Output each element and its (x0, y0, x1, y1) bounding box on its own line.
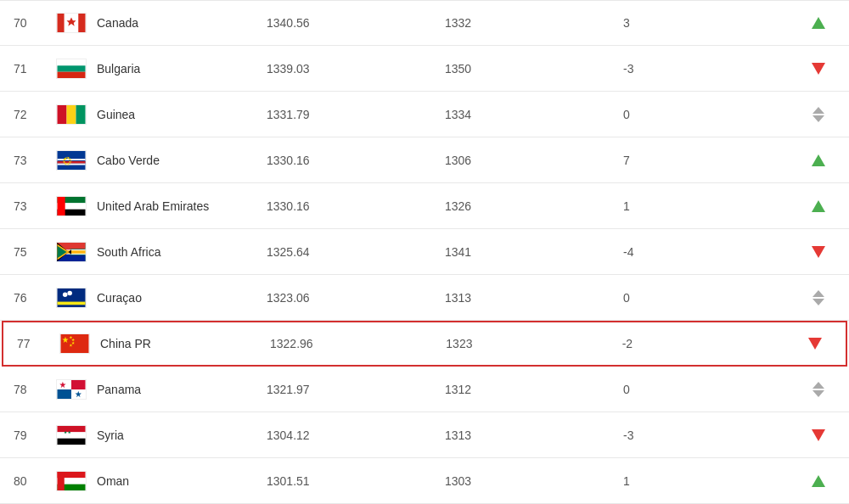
country-flag (56, 59, 87, 79)
svg-rect-9 (76, 105, 86, 124)
svg-rect-13 (58, 163, 86, 165)
change-value: -4 (623, 245, 801, 259)
rank-number: 78 (14, 383, 56, 396)
svg-rect-27 (58, 197, 65, 216)
prev-points-value: 1332 (445, 16, 623, 30)
svg-rect-5 (58, 65, 86, 71)
trend-down-icon (808, 338, 822, 350)
country-flag (59, 333, 90, 354)
trend-indicator (801, 429, 835, 441)
svg-point-20 (65, 162, 67, 164)
svg-point-17 (69, 159, 70, 160)
rank-number: 76 (14, 291, 56, 305)
svg-point-21 (64, 160, 65, 162)
points-value: 1330.16 (267, 154, 445, 167)
trend-indicator (801, 200, 835, 212)
points-value: 1339.03 (267, 62, 445, 76)
trend-up-icon (812, 475, 825, 487)
country-name: South Africa (97, 245, 267, 259)
prev-points-value: 1350 (445, 62, 623, 76)
country-name: Panama (97, 383, 267, 396)
svg-rect-48 (58, 301, 86, 305)
trend-indicator (801, 246, 835, 258)
trend-up-icon (812, 17, 825, 29)
trend-indicator (801, 63, 835, 75)
points-value: 1301.51 (267, 474, 445, 488)
svg-rect-8 (67, 105, 76, 124)
svg-point-19 (67, 162, 69, 164)
trend-up-icon (812, 200, 825, 212)
rankings-table: 70 Canada 1340.56 1332 3 71 Bulgaria 133… (0, 0, 849, 504)
prev-points-value: 1334 (445, 108, 623, 121)
prev-points-value: 1306 (445, 154, 623, 167)
country-flag (56, 196, 87, 216)
country-flag (56, 425, 87, 445)
svg-rect-0 (58, 14, 65, 32)
points-value: 1321.97 (267, 383, 445, 396)
change-value: 7 (623, 154, 801, 167)
country-name: Canada (97, 16, 267, 30)
prev-points-value: 1341 (445, 245, 623, 259)
change-value: -2 (622, 337, 798, 350)
trend-up-icon (812, 154, 825, 166)
svg-point-18 (69, 160, 70, 162)
trend-neutral-icon (812, 107, 824, 122)
table-row: 70 Canada 1340.56 1332 3 (0, 0, 849, 46)
trend-indicator (801, 107, 835, 122)
svg-rect-6 (58, 71, 86, 77)
trend-neutral-icon (812, 382, 824, 397)
country-name: Syria (97, 428, 267, 442)
trend-down-icon (812, 429, 825, 441)
table-row: 71 Bulgaria 1339.03 1350 -3 (0, 46, 849, 92)
svg-rect-2 (78, 14, 85, 32)
table-row: 76 Curaçao 1323.06 1313 0 (0, 275, 849, 321)
rank-number: 75 (14, 245, 56, 259)
change-value: -3 (623, 62, 801, 76)
svg-rect-63 (58, 426, 86, 432)
table-row: 79 Syria 1304.12 1313 -3 (0, 412, 849, 458)
country-flag (56, 288, 87, 308)
prev-points-value: 1326 (445, 199, 623, 213)
svg-point-16 (67, 157, 69, 159)
trend-indicator (798, 338, 832, 350)
country-name: Guinea (97, 108, 267, 121)
trend-indicator (801, 382, 835, 397)
change-value: 1 (623, 199, 801, 213)
trend-indicator (801, 154, 835, 166)
trend-neutral-icon (812, 290, 824, 305)
table-row: 78 Panama 1321.97 1312 0 (0, 367, 849, 412)
country-name: Bulgaria (97, 62, 267, 76)
country-flag (56, 150, 87, 171)
svg-rect-65 (58, 438, 86, 444)
change-value: 0 (623, 383, 801, 396)
rank-number: 73 (14, 199, 56, 213)
table-row: 73 United Arab Emirates 1330.16 1326 1 (0, 183, 849, 229)
trend-down-icon (812, 63, 825, 75)
svg-rect-7 (58, 105, 67, 124)
table-row: 77 China PR 1322.96 1323 -2 (2, 321, 847, 367)
points-value: 1322.96 (270, 337, 446, 350)
table-row: 73 Cabo Verde 1330.16 1306 7 (0, 137, 849, 183)
table-row: 80 Oman 1301.51 1303 1 (0, 458, 849, 504)
svg-rect-51 (61, 334, 89, 353)
trend-down-icon (812, 246, 825, 258)
rank-number: 79 (14, 428, 56, 442)
svg-rect-58 (71, 380, 86, 389)
change-value: 0 (623, 108, 801, 121)
points-value: 1330.16 (267, 199, 445, 213)
change-value: 1 (623, 474, 801, 488)
rank-number: 77 (17, 337, 59, 350)
points-value: 1340.56 (267, 16, 445, 30)
country-name: Curaçao (97, 291, 267, 305)
country-name: Cabo Verde (97, 154, 267, 167)
country-flag (56, 242, 87, 262)
svg-rect-59 (58, 389, 72, 399)
change-value: -3 (623, 428, 801, 442)
rank-number: 72 (14, 108, 56, 121)
rank-number: 73 (14, 154, 56, 167)
svg-rect-71 (58, 472, 65, 490)
country-name: Oman (97, 474, 267, 488)
svg-point-23 (65, 158, 66, 160)
country-name: United Arab Emirates (97, 199, 267, 213)
trend-indicator (801, 17, 835, 29)
